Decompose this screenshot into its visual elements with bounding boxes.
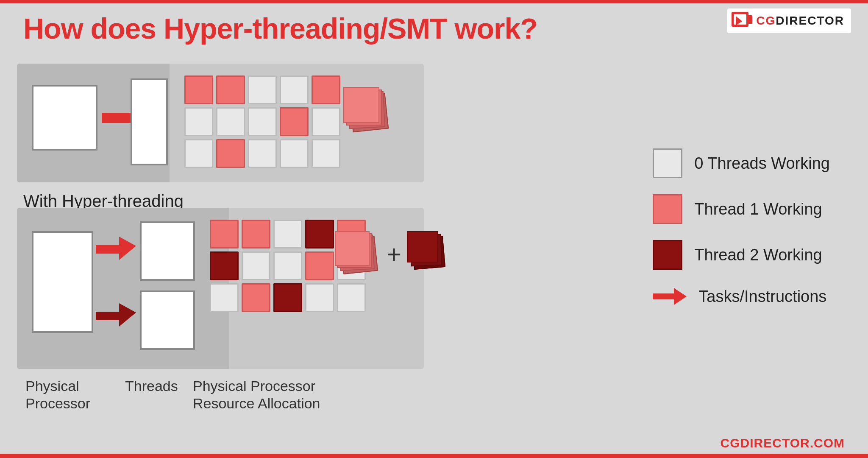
svg-marker-5 — [96, 237, 136, 260]
proc-box-without — [32, 85, 97, 151]
top-bar — [0, 0, 868, 3]
cell — [337, 283, 366, 312]
stacked-pages-without — [343, 87, 390, 134]
legend-item-thread2: Thread 2 Working — [653, 240, 830, 270]
legend-item-thread1: Thread 1 Working — [653, 194, 830, 224]
legend-label-0-threads: 0 Threads Working — [694, 154, 830, 173]
cell — [273, 251, 302, 280]
watermark: CGDIRECTOR.COM — [721, 436, 845, 450]
cell — [184, 139, 213, 168]
arrow-thread1 — [96, 237, 136, 262]
cell — [305, 251, 334, 280]
cell — [305, 220, 334, 249]
cell — [312, 139, 340, 168]
svg-marker-6 — [96, 303, 136, 327]
cell — [248, 139, 277, 168]
legend: 0 Threads Working Thread 1 Working Threa… — [653, 148, 830, 323]
arrow-thread2 — [96, 303, 136, 329]
stacked-pages-with-1 — [335, 231, 379, 276]
cell — [248, 107, 277, 136]
cell — [242, 220, 270, 249]
cell — [210, 220, 239, 249]
legend-box-red2 — [653, 240, 682, 270]
svg-rect-3 — [746, 15, 752, 24]
with-panel: + — [17, 208, 424, 369]
legend-label-thread1: Thread 1 Working — [694, 200, 822, 218]
logo-icon — [732, 12, 753, 30]
svg-rect-1 — [734, 14, 746, 25]
label-physical-processor: PhysicalProcessor — [25, 377, 90, 412]
cell — [280, 75, 309, 104]
legend-item-tasks: Tasks/Instructions — [653, 286, 830, 307]
cell — [305, 283, 334, 312]
cell — [280, 139, 309, 168]
legend-arrow-icon — [653, 286, 687, 307]
svg-marker-7 — [653, 288, 687, 305]
legend-label-thread2: Thread 2 Working — [694, 246, 822, 264]
legend-item-0-threads: 0 Threads Working — [653, 148, 830, 178]
core-box-without — [131, 78, 168, 165]
plus-sign: + — [387, 240, 401, 269]
thread-box-1 — [140, 221, 195, 281]
cell — [312, 75, 340, 104]
stacked-pages-with-2 — [407, 231, 447, 271]
cell — [216, 107, 245, 136]
legend-box-empty — [653, 148, 682, 178]
legend-label-tasks: Tasks/Instructions — [698, 288, 826, 306]
page-title: How does Hyper-threading/SMT work? — [23, 12, 537, 45]
label-threads: Threads — [125, 377, 178, 395]
cell — [184, 107, 213, 136]
cell — [242, 251, 270, 280]
legend-box-red1 — [653, 194, 682, 224]
cell — [273, 283, 302, 312]
label-resource-allocation: Physical ProcessorResource Allocation — [193, 377, 320, 412]
bottom-bar — [0, 454, 868, 458]
cell — [216, 75, 245, 104]
cell — [184, 75, 213, 104]
logo: CGDIRECTOR — [727, 8, 851, 33]
cell — [273, 220, 302, 249]
cell — [280, 107, 309, 136]
cell — [312, 107, 340, 136]
cell — [210, 251, 239, 280]
cell — [248, 75, 277, 104]
cell — [216, 139, 245, 168]
cell — [242, 283, 270, 312]
cell — [210, 283, 239, 312]
thread-box-2 — [140, 290, 195, 350]
logo-text: CGDIRECTOR — [756, 14, 844, 28]
proc-box-with — [32, 231, 93, 333]
grid-without — [184, 75, 340, 168]
without-panel — [17, 64, 424, 182]
